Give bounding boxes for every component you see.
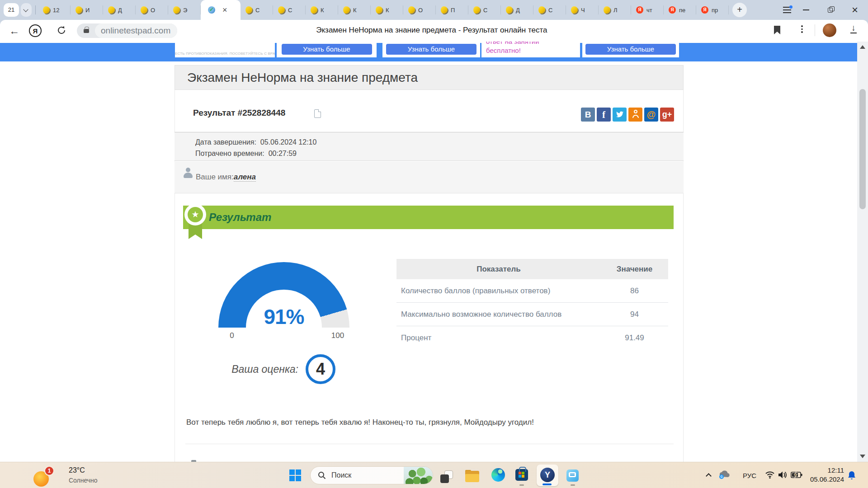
browser-tab[interactable]: С [533, 0, 566, 20]
site-favicon [473, 6, 480, 14]
start-button[interactable] [289, 469, 301, 481]
browser-tab[interactable]: О [136, 0, 168, 20]
tray-expand-icon[interactable] [706, 473, 712, 479]
result-meta: Дата завершения:05.06.2024 12:10 Потраче… [175, 132, 684, 161]
vk-share-button[interactable]: B [581, 108, 595, 122]
browser-tab[interactable]: К [306, 0, 338, 20]
browser-tab[interactable]: Ч [566, 0, 599, 20]
volume-icon[interactable] [778, 471, 788, 479]
copy-icon[interactable] [314, 109, 321, 118]
ad-cta-button[interactable]: Узнать больше [585, 44, 676, 55]
onlinetestpad-favicon: ✓ [208, 6, 215, 14]
clock[interactable]: 12:11 05.06.2024 [800, 466, 844, 483]
onedrive-icon[interactable] [718, 469, 731, 479]
ad-cta-button[interactable]: Узнать больше [282, 44, 372, 55]
browser-tab[interactable]: Э [168, 0, 201, 20]
site-favicon [43, 6, 50, 14]
scrollbar-thumb[interactable] [859, 89, 866, 209]
ad-banner[interactable]: Узнать больше [277, 42, 377, 57]
wifi-icon[interactable] [765, 471, 775, 479]
googleplus-share-button[interactable]: g+ [660, 108, 674, 122]
close-window-button[interactable]: × [852, 4, 858, 16]
back-icon[interactable]: ← [9, 25, 19, 37]
notification-bell-icon[interactable] [848, 471, 856, 480]
browser-tab[interactable]: О [403, 0, 436, 20]
downloads-icon[interactable]: ↓ [849, 23, 858, 33]
browser-tab[interactable]: С [241, 0, 273, 20]
browser-tab-yandex[interactable]: Я пе [664, 0, 696, 20]
browser-tab[interactable]: Д [103, 0, 136, 20]
close-tab-icon[interactable]: × [222, 6, 227, 14]
divider [35, 5, 36, 14]
lock-icon[interactable] [84, 29, 89, 33]
page-content: ЕСТЬ ПРОТИВОПОКАЗАНИЯ. ПОСОВЕТУЙТЕСЬ С В… [0, 42, 868, 462]
more-options-icon[interactable] [801, 25, 803, 34]
column-header: Показатель [396, 259, 601, 279]
menu-icon[interactable] [783, 7, 791, 13]
edge-browser-button[interactable] [491, 468, 505, 482]
url-field[interactable]: onlinetestpad.com [77, 23, 177, 38]
facebook-share-button[interactable]: f [597, 108, 611, 122]
browser-tab[interactable]: С [468, 0, 501, 20]
site-favicon [506, 6, 513, 14]
messenger-button[interactable] [566, 469, 579, 482]
browser-tab[interactable]: К [371, 0, 403, 20]
test-title: Экзамен НеНорма на знание предмета [175, 65, 684, 90]
time-spent-label: Потрачено времени: [195, 150, 264, 157]
browser-tab[interactable]: С [273, 0, 306, 20]
refresh-icon[interactable] [56, 25, 67, 36]
column-header: Значение [601, 259, 668, 279]
ad-banner[interactable]: Узнать больше [382, 42, 480, 57]
table-row: Процент 91.49 [396, 326, 668, 350]
scroll-up-icon[interactable] [860, 45, 865, 49]
mailru-share-button[interactable]: @ [644, 108, 658, 122]
browser-tab[interactable]: П [436, 0, 468, 20]
yandex-browser-button-active[interactable]: Y [537, 465, 558, 486]
search-highlight-image[interactable] [404, 467, 433, 484]
minimize-button[interactable] [803, 9, 809, 10]
windows-taskbar: 1 23°C Солнечно Поиск Y РУС 12:11 05.06. [0, 462, 868, 488]
browser-tab[interactable]: 12 [38, 0, 71, 20]
browser-tab[interactable]: К [338, 0, 371, 20]
ad-banner[interactable]: Узнать больше [582, 42, 679, 57]
site-favicon [245, 6, 252, 14]
restore-button[interactable] [828, 6, 835, 13]
microsoft-store-button[interactable] [515, 469, 528, 481]
bookmark-icon[interactable] [774, 26, 780, 34]
profile-avatar[interactable] [823, 23, 836, 37]
ad-cta-button[interactable]: Узнать больше [386, 44, 476, 55]
divider [185, 444, 674, 444]
weather-condition[interactable]: Солнечно [69, 477, 98, 484]
yandex-favicon: Я [669, 6, 676, 14]
site-favicon [173, 6, 180, 14]
ad-banner[interactable]: ЕСТЬ ПРОТИВОПОКАЗАНИЯ. ПОСОВЕТУЙТЕСЬ С В… [175, 42, 275, 57]
browser-tab[interactable]: Л [599, 0, 631, 20]
browser-tab-yandex[interactable]: Я пр [696, 0, 729, 20]
result-table: Показатель Значение Количество баллов (п… [396, 259, 668, 350]
search-box[interactable]: Поиск [310, 466, 433, 484]
new-tab-button[interactable]: + [732, 3, 747, 17]
scroll-down-icon[interactable] [860, 455, 865, 458]
ad-banner[interactable]: ответ на занятии бесплатно! [481, 42, 580, 57]
scrollbar[interactable] [857, 42, 868, 462]
tabs-dropdown-button[interactable] [21, 3, 32, 17]
file-explorer-button[interactable] [465, 469, 479, 483]
user-name-row: Ваше имя:алена [175, 161, 684, 193]
browser-tab-yandex[interactable]: Я чт [631, 0, 664, 20]
notification-dot [789, 5, 793, 9]
award-badge-icon: ★ [184, 204, 206, 225]
yandex-home-icon[interactable]: Я [29, 24, 42, 37]
tab-counter-button[interactable]: 21 [4, 3, 19, 17]
ad-promo-line1: ответ на занятии [486, 42, 539, 45]
language-indicator[interactable]: РУС [743, 472, 756, 479]
chevron-down-icon [23, 7, 28, 12]
browser-tab[interactable]: И [71, 0, 103, 20]
twitter-share-button[interactable] [613, 108, 627, 122]
url-text[interactable]: onlinetestpad.com [95, 23, 177, 38]
panel-border [683, 65, 684, 462]
active-tab[interactable]: ✓ × [201, 0, 241, 20]
task-view-button[interactable] [440, 470, 453, 483]
odnoklassniki-share-button[interactable] [628, 108, 642, 122]
browser-tab[interactable]: Д [501, 0, 533, 20]
weather-temperature[interactable]: 23°C [69, 466, 85, 474]
